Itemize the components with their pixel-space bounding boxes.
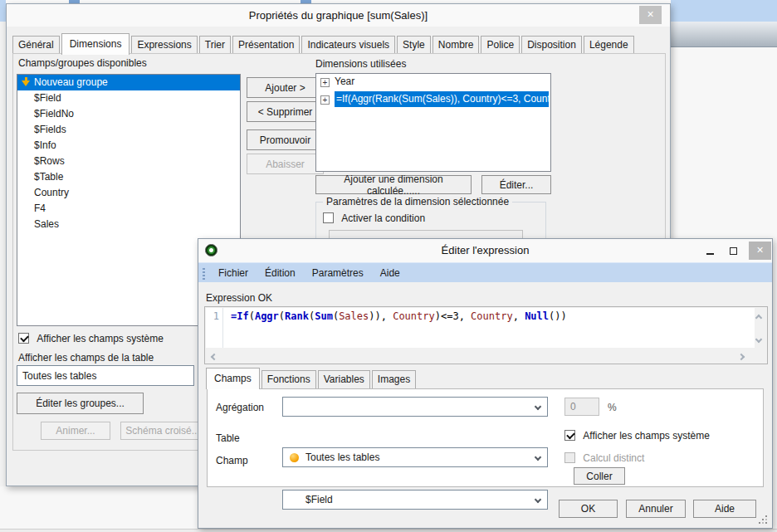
properties-tabstrip: Général Dimensions Expressions Trier Pré…	[12, 34, 636, 54]
tab-fonctions[interactable]: Fonctions	[261, 370, 316, 388]
tab-disposition[interactable]: Disposition	[521, 36, 582, 54]
resize-grip-icon[interactable]	[765, 522, 767, 524]
app-statusbar-strip	[0, 529, 777, 532]
dialog-titlebar[interactable]: Éditer l'expression ×	[198, 239, 772, 262]
add-dimension-button[interactable]: Ajouter >	[247, 77, 324, 98]
distinct-row: Calcul distinct	[564, 452, 644, 464]
available-fields-label: Champs/groupes disponibles	[18, 57, 147, 69]
maximize-icon[interactable]	[724, 242, 742, 259]
expression-editarea[interactable]: 1 =If(Aggr(Rank(Sum(Sales)), Country)<=3…	[206, 308, 755, 348]
menu-edition[interactable]: Édition	[257, 264, 304, 282]
close-icon[interactable]: ×	[749, 242, 771, 260]
list-item[interactable]: $Table	[17, 169, 240, 185]
tab-expressions[interactable]: Expressions	[131, 36, 197, 54]
field-combobox[interactable]: $Field	[282, 490, 548, 510]
show-system-fields-label: Afficher les champs système	[37, 333, 164, 344]
list-item[interactable]: $Info	[17, 138, 240, 154]
show-system-fields-checkbox[interactable]	[18, 333, 29, 344]
expression-tabstrip: Champs Fonctions Variables Images	[206, 369, 418, 388]
list-item[interactable]: Nouveau groupe	[17, 75, 240, 90]
tab-presentation[interactable]: Présentation	[232, 36, 300, 54]
list-item[interactable]: $FieldNo	[17, 106, 240, 122]
add-calculated-dimension-button[interactable]: Ajouter une dimension calculée......	[315, 175, 472, 194]
demote-button: Abaisser	[247, 154, 324, 174]
list-item[interactable]: $Rows	[17, 154, 240, 169]
tab-indicateurs[interactable]: Indicateurs visuels	[301, 36, 395, 54]
list-item[interactable]: F4	[17, 201, 240, 217]
expression-editor[interactable]: 1 =If(Aggr(Rank(Sum(Sales)), Country)<=3…	[204, 306, 768, 364]
expand-icon[interactable]: +	[320, 78, 330, 87]
list-item[interactable]: Sales	[17, 217, 240, 232]
tab-variables[interactable]: Variables	[318, 370, 370, 388]
remove-dimension-button[interactable]: < Supprimer	[247, 101, 324, 122]
aggregation-label: Agrégation	[216, 402, 264, 413]
tab-police[interactable]: Police	[481, 36, 520, 54]
tab-dimensions[interactable]: Dimensions	[61, 33, 130, 55]
expression-code: =If(Aggr(Rank(Sum(Sales)), Country)<=3, …	[231, 310, 567, 322]
qlikview-icon	[205, 244, 217, 256]
group-legend: Paramètres de la dimension sélectionnée	[323, 196, 512, 207]
list-item[interactable]: Country	[17, 185, 240, 201]
dialog-titlebar[interactable]: Propriétés du graphique [sum(Sales)] ×	[7, 4, 670, 27]
dimension-label: Year	[335, 76, 354, 87]
scroll-up-icon[interactable]	[755, 315, 762, 321]
tab-trier[interactable]: Trier	[199, 36, 231, 54]
dialog-title: Propriétés du graphique [sum(Sales)]	[7, 4, 670, 27]
ok-button[interactable]: OK	[559, 500, 618, 518]
aggregation-combobox[interactable]	[282, 397, 548, 417]
dimension-row[interactable]: +Year	[316, 74, 550, 90]
minimize-icon[interactable]	[701, 242, 719, 259]
menu-fichier[interactable]: Fichier	[210, 264, 257, 282]
animate-button: Animer...	[41, 422, 110, 440]
table-label: Table	[216, 432, 240, 444]
cancel-button[interactable]: Annuler	[626, 500, 686, 518]
tab-general[interactable]: Général	[12, 36, 60, 54]
crosstable-button: Schéma croisé...	[120, 422, 205, 440]
paste-button[interactable]: Coller	[574, 467, 625, 485]
distinct-label: Calcul distinct	[583, 452, 644, 464]
tab-nombre[interactable]: Nombre	[432, 36, 480, 54]
expand-icon[interactable]: +	[320, 95, 330, 105]
tab-legende[interactable]: Légende	[584, 36, 634, 54]
menu-parametres[interactable]: Paramètres	[304, 264, 372, 282]
used-dimensions-listbox[interactable]: +Year +=If(Aggr(Rank(Sum(Sales)), Countr…	[315, 73, 551, 172]
screen: Propriétés du graphique [sum(Sales)] × G…	[0, 0, 777, 532]
enable-condition-checkbox[interactable]	[323, 212, 334, 223]
scroll-right-icon[interactable]	[738, 354, 745, 360]
edit-dimension-button[interactable]: Éditer...	[481, 175, 551, 194]
tab-style[interactable]: Style	[397, 36, 431, 54]
dialog-title: Éditer l'expression	[198, 239, 772, 262]
percent-input: 0	[564, 398, 599, 416]
show-system-fields-checkbox[interactable]	[564, 430, 575, 441]
menu-aide[interactable]: Aide	[372, 264, 408, 282]
help-button[interactable]: Aide	[693, 500, 756, 518]
edit-groups-button[interactable]: Éditer les groupes...	[17, 393, 144, 414]
promote-button[interactable]: Promouvoir	[247, 129, 324, 150]
close-icon[interactable]: ×	[639, 6, 662, 24]
scroll-down-icon[interactable]	[755, 336, 762, 343]
table-combobox[interactable]: Toutes les tables	[282, 447, 548, 467]
dimension-row[interactable]: +=If(Aggr(Rank(Sum(Sales)), Country)<=3,…	[316, 91, 550, 107]
chevron-down-icon	[535, 454, 541, 461]
show-table-fields-label: Afficher les champs de la table	[18, 352, 154, 364]
tab-images[interactable]: Images	[372, 370, 416, 388]
group-arrow-icon	[22, 77, 31, 87]
distinct-checkbox	[564, 452, 575, 463]
list-item[interactable]: $Fields	[17, 122, 240, 138]
list-item-label: Nouveau groupe	[34, 75, 108, 90]
menubar: Fichier Édition Paramètres Aide	[198, 262, 772, 282]
line-number-gutter: 1	[206, 308, 223, 348]
tab-champs[interactable]: Champs	[206, 368, 260, 389]
enable-condition-row: Activer la condition	[323, 212, 425, 224]
show-system-fields-row: Afficher les champs système	[18, 333, 164, 344]
enable-condition-label: Activer la condition	[341, 212, 425, 224]
app-titlebar-strip-left	[0, 0, 6, 22]
list-item[interactable]: $Field	[17, 90, 240, 106]
table-filter-value: Toutes les tables	[22, 370, 96, 382]
app-titlebar-strip	[671, 0, 777, 22]
app-toolbar-strip	[671, 22, 777, 47]
show-system-fields-label: Afficher les champs système	[583, 430, 710, 442]
scroll-left-icon[interactable]	[211, 354, 217, 360]
table-filter-combobox[interactable]: Toutes les tables	[17, 365, 194, 386]
percent-label: %	[608, 402, 617, 413]
